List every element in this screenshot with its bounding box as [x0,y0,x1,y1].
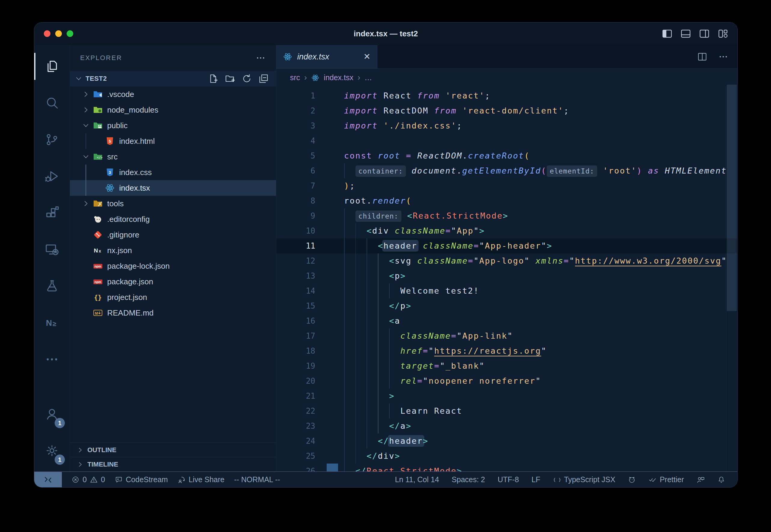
line-number[interactable]: 16 [276,313,315,328]
tree-item-package-lock-json[interactable]: npmpackage-lock.json [70,258,276,274]
tab-index-tsx[interactable]: index.tsx ✕ [276,45,377,68]
line-number[interactable]: 2 [276,103,315,118]
more-h-icon[interactable] [718,52,728,62]
line-number[interactable]: 13 [276,268,315,283]
layout-sidebar-icon[interactable] [662,28,673,39]
line-number[interactable]: 25 [276,449,315,464]
code-line-8[interactable]: 8root.render( [276,193,737,208]
activity-bar-item-testing[interactable] [34,268,70,304]
status-item-feedback[interactable] [697,476,705,484]
line-number[interactable]: 11 [276,238,315,253]
tree-item-index-html[interactable]: 5index.html [70,133,276,149]
tree-item--editorconfig[interactable]: .editorconfig [70,211,276,227]
code-line-6[interactable]: 6 container: document.getElementById(ele… [276,163,737,178]
line-number[interactable]: 12 [276,253,315,268]
tree-item--gitignore[interactable]: .gitignore [70,227,276,243]
layout-custom-icon[interactable] [718,28,728,39]
code-line-25[interactable]: 25 </div> [276,449,737,464]
code-line-7[interactable]: 7); [276,178,737,193]
code-line-17[interactable]: 17 className="App-link" [276,328,737,343]
scrollbar-thumb[interactable] [727,85,737,311]
code-line-9[interactable]: 9 children: <React.StrictMode> [276,208,737,223]
line-number[interactable]: 14 [276,283,315,298]
tree-item-public[interactable]: public [70,118,276,133]
tree-item-tools[interactable]: tools [70,196,276,211]
traffic-light-zoom[interactable] [67,30,73,37]
tree-item-src[interactable]: </>src [70,149,276,165]
code-line-22[interactable]: 22 Learn React [276,404,737,419]
split-editor-icon[interactable] [697,52,707,62]
new-file-icon[interactable] [208,74,218,84]
code-line-11[interactable]: 11 <header className="App-header"> [276,238,737,253]
code-line-23[interactable]: 23 </a> [276,419,737,434]
tree-item-node-modules[interactable]: node_modules [70,102,276,118]
breadcrumb-item[interactable]: index.tsx [324,73,353,82]
sidebar-panel-outline[interactable]: OUTLINE [70,443,276,457]
line-number[interactable]: 21 [276,388,315,404]
status-item-problems[interactable]: 00 [71,475,105,484]
code-line-14[interactable]: 14 Welcome test2! [276,283,737,298]
line-number[interactable]: 17 [276,328,315,343]
traffic-light-close[interactable] [44,30,50,37]
tree-item-readme-md[interactable]: MREADME.md [70,305,276,321]
code-line-15[interactable]: 15 </p> [276,298,737,313]
activity-bar-item-settings[interactable]: 1 [34,432,70,469]
line-number[interactable]: 8 [276,193,315,208]
status-item-codestream[interactable]: CodeStream [115,475,168,484]
explorer-more-icon[interactable] [255,53,266,63]
tree-item--vscode[interactable]: .vscode [70,86,276,102]
tab-close-icon[interactable]: ✕ [364,53,370,61]
code-editor[interactable]: 1import React from 'react';2import React… [276,86,737,471]
activity-bar-item-nx-console[interactable]: N≥ [34,304,70,341]
line-number[interactable]: 26 [276,464,315,471]
line-number[interactable]: 18 [276,343,315,358]
line-number[interactable]: 23 [276,419,315,434]
activity-bar-item-remote-explorer[interactable] [34,231,70,268]
explorer-section-header[interactable]: TEST2 [70,71,276,86]
tree-item-project-json[interactable]: {}project.json [70,289,276,305]
status-item-prettier[interactable]: Prettier [649,475,684,484]
collapse-all-icon[interactable] [259,74,269,84]
status-item-language-mode[interactable]: { }TypeScript JSX [553,475,615,484]
refresh-icon[interactable] [242,74,252,84]
breadcrumb-item[interactable]: src [290,73,300,82]
status-item-vim-mode[interactable]: -- NORMAL -- [234,475,280,484]
layout-sidebar-right-icon[interactable] [699,28,710,39]
activity-bar-item-source-control[interactable] [34,121,70,158]
sidebar-panel-timeline[interactable]: TIMELINE [70,457,276,471]
tree-item-package-json[interactable]: npmpackage.json [70,274,276,289]
line-number[interactable]: 10 [276,223,315,238]
line-number[interactable]: 24 [276,434,315,449]
line-number[interactable]: 6 [276,163,315,178]
code-line-10[interactable]: 10 <div className="App"> [276,223,737,238]
breadcrumb-item[interactable]: … [364,73,372,82]
code-line-24[interactable]: 24 </header> [276,434,737,449]
code-line-16[interactable]: 16 <a [276,313,737,328]
line-number[interactable]: 15 [276,298,315,313]
line-number[interactable]: 1 [276,88,315,103]
code-line-4[interactable]: 4 [276,133,737,148]
activity-bar-item-extensions[interactable] [34,195,70,231]
code-line-5[interactable]: 5const root = ReactDOM.createRoot( [276,148,737,163]
code-line-3[interactable]: 3import './index.css'; [276,118,737,133]
status-item-cursor-position[interactable]: Ln 11, Col 14 [395,475,439,484]
traffic-light-minimize[interactable] [55,30,62,37]
line-number[interactable]: 22 [276,404,315,419]
tree-item-nx-json[interactable]: Nxnx.json [70,243,276,258]
status-item-eol[interactable]: LF [531,475,540,484]
line-number[interactable]: 19 [276,358,315,373]
code-line-13[interactable]: 13 <p> [276,268,737,283]
code-line-19[interactable]: 19 target="_blank" [276,358,737,373]
code-line-1[interactable]: 1import React from 'react'; [276,88,737,103]
activity-bar-item-accounts[interactable]: 1 [34,396,70,432]
new-folder-icon[interactable] [225,74,235,84]
line-number[interactable]: 7 [276,178,315,193]
status-item-notifications[interactable] [717,476,725,484]
activity-bar-item-more[interactable] [34,341,70,378]
status-item-encoding[interactable]: UTF-8 [497,475,519,484]
activity-bar-item-explorer[interactable] [34,48,70,85]
line-number[interactable]: 9 [276,208,315,223]
layout-panel-icon[interactable] [680,28,691,39]
line-number[interactable]: 5 [276,148,315,163]
titlebar[interactable]: index.tsx — test2 [34,23,737,45]
